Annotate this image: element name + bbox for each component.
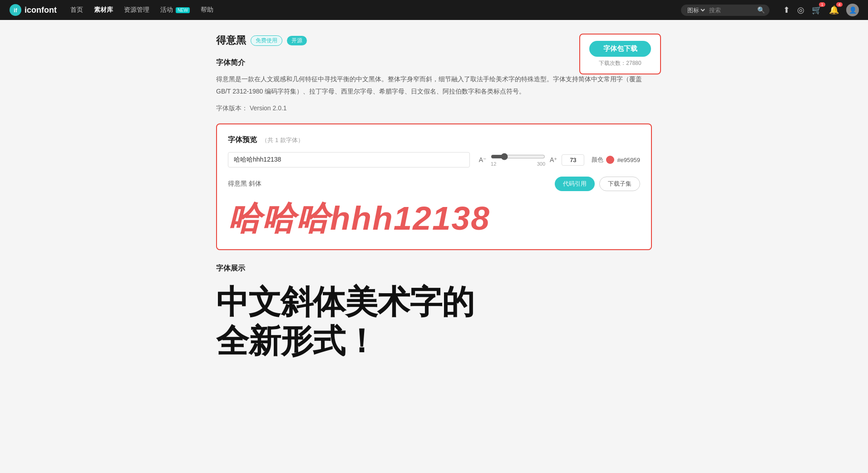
preview-controls: A⁻ 12 300 A⁺ 颜色 #e95959 bbox=[228, 152, 640, 168]
slider-container: 12 300 bbox=[491, 153, 545, 167]
nav-home[interactable]: 首页 bbox=[70, 6, 83, 14]
download-count: 下载次数：27880 bbox=[589, 59, 651, 67]
color-controls: 颜色 #e95959 bbox=[592, 156, 640, 164]
size-slider[interactable] bbox=[491, 153, 545, 160]
cart-badge: 1 bbox=[819, 2, 825, 7]
color-hex-value: #e95959 bbox=[617, 157, 640, 163]
nav-activity[interactable]: 活动 NEW bbox=[160, 6, 190, 14]
showcase-text: 中文斜体美术字的 全新形式！ bbox=[216, 282, 652, 361]
activity-badge: NEW bbox=[176, 7, 190, 13]
svg-text:if: if bbox=[14, 7, 17, 14]
tag-free: 免费使用 bbox=[251, 35, 282, 46]
search-type-select[interactable]: 图标 字体 bbox=[686, 6, 706, 14]
preview-actions: 代码引用 下载子集 bbox=[555, 177, 640, 191]
tag-open: 开源 bbox=[287, 36, 307, 45]
preview-rendered-text: 哈哈哈hhh12138 bbox=[228, 198, 640, 238]
download-font-button[interactable]: 字体包下载 bbox=[589, 41, 651, 57]
size-minus-label[interactable]: A⁻ bbox=[477, 155, 488, 164]
upload-icon[interactable]: ⬆ bbox=[783, 5, 790, 15]
nav-icons: ⬆ ◎ 🛒1 🔔4 👤 bbox=[783, 4, 859, 16]
preview-header: 字体预览 （共 1 款字体） bbox=[228, 135, 640, 145]
search-input[interactable] bbox=[709, 7, 755, 14]
preview-text-input[interactable] bbox=[228, 152, 470, 168]
preview-subtitle: （共 1 款字体） bbox=[261, 137, 303, 143]
user-circle-icon[interactable]: ◎ bbox=[797, 5, 804, 15]
logo-text: iconfont bbox=[25, 5, 57, 15]
font-name-label: 得意黑 斜体 bbox=[228, 180, 261, 188]
bell-badge: 4 bbox=[836, 2, 843, 7]
size-value-input[interactable] bbox=[562, 154, 584, 166]
font-name-row: 得意黑 斜体 代码引用 下载子集 bbox=[228, 177, 640, 191]
code-reference-button[interactable]: 代码引用 bbox=[555, 177, 595, 191]
navbar: if iconfont 首页 素材库 资源管理 活动 NEW 帮助 图标 字体 … bbox=[0, 0, 868, 20]
nav-materials[interactable]: 素材库 bbox=[94, 6, 113, 14]
cart-icon[interactable]: 🛒1 bbox=[812, 5, 822, 15]
main-content: 字体包下载 下载次数：27880 得意黑 免费使用 开源 字体简介 得意黑是一款… bbox=[207, 20, 661, 374]
nav-links: 首页 素材库 资源管理 活动 NEW 帮助 bbox=[70, 6, 213, 14]
search-icon[interactable]: 🔍 bbox=[757, 6, 765, 14]
download-box: 字体包下载 下载次数：27880 bbox=[579, 34, 661, 74]
avatar[interactable]: 👤 bbox=[846, 4, 859, 16]
color-picker[interactable] bbox=[606, 156, 614, 164]
font-title: 得意黑 bbox=[216, 34, 246, 47]
nav-help[interactable]: 帮助 bbox=[201, 6, 213, 14]
nav-resources[interactable]: 资源管理 bbox=[124, 6, 149, 14]
download-subset-button[interactable]: 下载子集 bbox=[599, 177, 640, 191]
logo-icon: if bbox=[9, 4, 22, 16]
font-version: 字体版本： Version 2.0.1 bbox=[216, 104, 652, 113]
color-label: 颜色 bbox=[592, 156, 603, 164]
search-bar: 图标 字体 🔍 bbox=[681, 5, 769, 16]
preview-box: 字体预览 （共 1 款字体） A⁻ 12 300 A⁺ 颜色 bbox=[216, 123, 652, 250]
size-plus-label[interactable]: A⁺ bbox=[548, 155, 559, 164]
size-controls: A⁻ 12 300 A⁺ bbox=[477, 153, 585, 167]
bell-icon[interactable]: 🔔4 bbox=[829, 5, 839, 15]
logo[interactable]: if iconfont bbox=[9, 4, 57, 16]
slider-labels: 12 300 bbox=[491, 161, 545, 167]
font-intro-text: 得意黑是一款在人文观感和几何特征中寻找平衡的中文黑体。整体字身窄而斜，细节融入了… bbox=[216, 73, 652, 97]
showcase-title: 字体展示 bbox=[216, 264, 652, 273]
